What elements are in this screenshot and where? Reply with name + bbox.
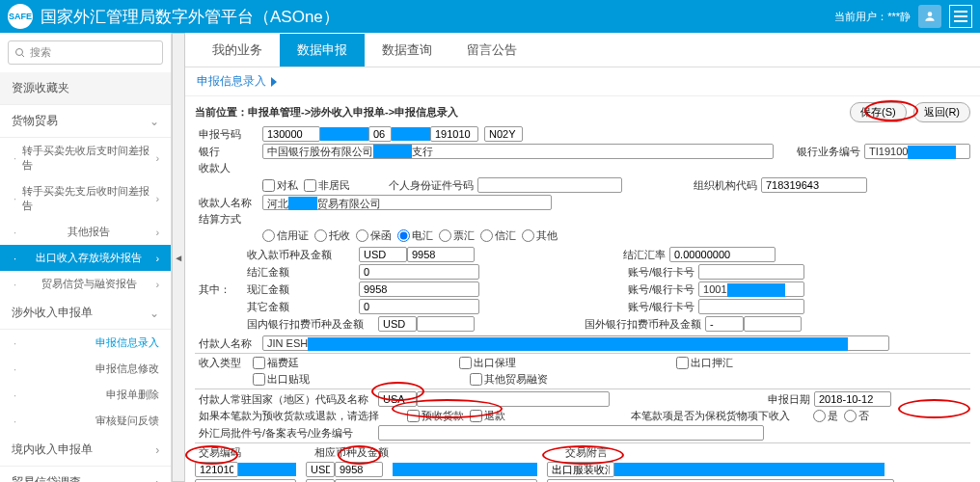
for-fee-ccy[interactable] [705,316,744,332]
payee-ccy-side: 其中： [195,282,243,297]
nav-foreign-income[interactable]: 涉外收入申报单⌄ [0,297,171,330]
report-no-label: 申报号码 [195,127,262,142]
nav-item-export-income[interactable]: 出口收入存放境外报告› [0,245,171,271]
nav-goods-trade[interactable]: 货物贸易⌄ [0,105,171,138]
breadcrumb: 当前位置：申报单管理->涉外收入申报单->申报信息录入 [195,105,458,120]
chevron-down-icon: ⌄ [150,115,159,128]
menu-icon[interactable] [949,5,972,28]
radio-yes[interactable]: 是 [813,409,838,423]
payee-name-field[interactable]: 河北贸易有限公司 [262,195,552,210]
amt-field[interactable] [407,247,475,262]
nav-item-3[interactable]: 其他报告› [0,219,171,245]
org-code-label: 组织机构代码 [690,178,761,193]
radio-other[interactable]: 其他 [522,228,558,243]
radio-no[interactable]: 否 [844,409,869,423]
income-type-label: 收入类型 [195,356,253,370]
check-ff[interactable]: 福费廷 [253,356,299,370]
sidebar: 搜索 资源收藏夹 货物贸易⌄ 转手买卖先收后支时间差报告› 转手买卖先支后收时间… [0,33,172,482]
report-no-3[interactable] [430,126,478,142]
report-date-field[interactable] [814,391,891,407]
payer-name-field[interactable]: JIN ESH [262,335,889,351]
country-name-field[interactable] [417,391,610,407]
nav-sub-delete[interactable]: 申报单删除 [0,382,171,408]
exrate-field[interactable] [669,247,776,262]
bank-label: 银行 [195,145,262,159]
txn-code-field[interactable] [195,462,238,477]
acct3-field[interactable] [698,299,804,314]
nav-favorites[interactable]: 资源收藏夹 [0,72,171,105]
tab-my-biz[interactable]: 我的业务 [195,34,280,67]
txn-amt-field[interactable] [335,462,383,477]
tab-data-report[interactable]: 数据申报 [280,34,365,67]
ccy-field[interactable] [359,247,407,262]
dom-fee-ccy[interactable] [378,316,417,332]
country-label: 付款人常驻国家（地区）代码及名称 [195,392,378,407]
approval-label: 外汇局批件号/备案表号/业务编号 [195,426,378,441]
settle-method-label: 结算方式 [195,212,262,227]
sidebar-collapse-handle[interactable]: ◄ [172,33,185,482]
tab-message[interactable]: 留言公告 [449,34,534,67]
nav-item-5[interactable]: 贸易信贷与融资报告› [0,271,171,297]
approval-field[interactable] [378,425,764,441]
country-code-field[interactable] [378,391,417,407]
check-discount[interactable]: 出口贴现 [253,372,310,387]
check-refund[interactable]: 退款 [470,409,505,423]
radio-letter[interactable]: 信汇 [480,228,516,243]
report-no-2[interactable] [368,126,392,142]
check-prepay[interactable]: 预收货款 [407,409,464,423]
report-no-4[interactable] [484,126,523,142]
svg-point-0 [928,12,933,16]
acct2-field[interactable]: 1001 [698,281,804,297]
nav-domestic-income[interactable]: 境内收入申报单› [0,434,171,467]
current-user-label: 当前用户：***静 [834,10,911,24]
txn-code-label: 交易编码 [195,445,253,460]
biz-no-field[interactable]: TI19100 [864,144,970,159]
other-amt-field[interactable] [359,299,479,314]
check-pledge[interactable]: 出口押汇 [676,356,733,370]
tabs: 我的业务 数据申报 数据查询 留言公告 [185,33,980,67]
cash-amt-field[interactable] [359,281,479,297]
for-fee-amt[interactable] [744,316,802,332]
user-icon[interactable] [918,5,941,28]
check-private[interactable]: 对私 [262,178,298,193]
id-label: 个人身份证件号码 [385,178,477,193]
search-input[interactable]: 搜索 [8,40,163,65]
safe-logo: SAFE [8,4,33,29]
org-code-field[interactable] [761,177,867,193]
nav-sub-modify[interactable]: 申报信息修改 [0,356,171,382]
nav-item-1[interactable]: 转手买卖先收后支时间差报告› [0,138,171,178]
report-no-1[interactable] [262,126,320,142]
radio-collect[interactable]: 托收 [314,228,350,243]
svg-point-1 [16,48,23,55]
bank-field[interactable]: 中国银行股份有限公司支行 [262,144,774,159]
dom-fee-amt[interactable] [417,316,475,332]
nav-item-2[interactable]: 转手买卖先支后收时间差报告› [0,178,171,219]
acct1-field[interactable] [698,264,804,280]
radio-tele[interactable]: 电汇 [397,228,433,243]
payer-name-label: 付款人名称 [195,336,262,351]
nav-sub-review[interactable]: 审核疑问反馈 [0,408,171,434]
page-title: 申报信息录入 [185,67,980,96]
id-field[interactable] [477,177,622,193]
txn-ccy-field[interactable] [306,462,335,477]
payee-label: 收款人 [195,161,262,175]
radio-bill[interactable]: 票汇 [439,228,475,243]
prepay-label: 如果本笔款为预收货款或退款，请选择 [195,409,378,423]
txn-attach-field[interactable] [547,462,614,477]
nav-sub-entry[interactable]: 申报信息录入 [0,330,171,356]
search-icon [14,47,26,59]
radio-guarantee[interactable]: 保函 [356,228,392,243]
check-nonresident[interactable]: 非居民 [304,178,350,193]
check-other-trade[interactable]: 其他贸易融资 [470,372,548,387]
tab-data-query[interactable]: 数据查询 [365,34,449,67]
radio-credit[interactable]: 信用证 [262,228,309,243]
payee-name-label: 收款人名称 [195,196,262,210]
check-factor[interactable]: 出口保理 [459,356,516,370]
back-button[interactable]: 返回(R) [913,102,970,122]
save-button[interactable]: 保存(S) [850,102,907,122]
nav-trade-credit[interactable]: 贸易信贷调查› [0,467,171,482]
settle-amt-field[interactable] [359,264,479,280]
biz-no-label: 银行业务编号 [793,145,864,159]
svg-line-2 [22,54,25,57]
app-title: 国家外汇管理局数字外管平台（ASOne） [41,6,834,28]
